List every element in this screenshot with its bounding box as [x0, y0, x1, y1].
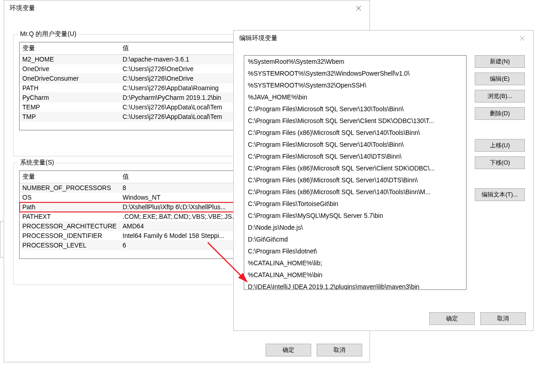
- list-item[interactable]: %CATALINA_HOME%\lib;: [244, 257, 466, 269]
- env-titlebar: 环境变量: [4, 0, 370, 16]
- list-item[interactable]: C:\Program Files\Microsoft SQL Server\14…: [244, 139, 466, 150]
- list-item[interactable]: C:\Program Files\dotnet\: [244, 245, 466, 257]
- list-item[interactable]: C:\Program Files (x86)\Microsoft SQL Ser…: [244, 127, 466, 139]
- cell-var: PATH: [20, 83, 120, 93]
- sys-vars-legend: 系统变量(S): [18, 159, 56, 167]
- path-new-button[interactable]: 新建(N): [475, 55, 525, 68]
- path-list[interactable]: %SystemRoot%\System32\Wbem%SYSTEMROOT%\S…: [244, 56, 466, 289]
- col-header-var[interactable]: 变量: [20, 42, 120, 55]
- path-browse-button[interactable]: 浏览(B)...: [475, 90, 525, 103]
- list-item[interactable]: %SystemRoot%\System32\Wbem: [244, 56, 466, 67]
- list-item[interactable]: D:\Git\Git\cmd: [244, 233, 466, 245]
- list-item[interactable]: C:\Program Files\TortoiseGit\bin: [244, 198, 466, 210]
- close-icon[interactable]: [350, 1, 367, 15]
- list-item[interactable]: %SYSTEMROOT%\System32\WindowsPowerShell\…: [244, 67, 466, 79]
- env-okcancel: 确定 取消: [266, 344, 362, 356]
- list-item[interactable]: C:\Program Files\MySQL\MySQL Server 5.7\…: [244, 210, 466, 222]
- cell-var: PyCharm: [20, 93, 120, 103]
- path-down-button[interactable]: 下移(O): [475, 156, 525, 169]
- edit-okcancel: 确定 取消: [429, 312, 526, 325]
- list-item[interactable]: D:\IDEA\IntelliJ IDEA 2019.1.2\plugins\m…: [244, 281, 466, 289]
- list-item[interactable]: C:\Program Files (x86)\Microsoft SQL Ser…: [244, 162, 466, 174]
- edit-title: 编辑环境变量: [239, 34, 277, 42]
- path-up-button[interactable]: 上移(U): [475, 139, 525, 152]
- edit-side-buttons: 新建(N) 编辑(E) 浏览(B)... 删除(D) 上移(U) 下移(O) 编…: [475, 55, 525, 290]
- cell-var: PATHEXT: [20, 212, 120, 222]
- cell-var: PROCESSOR_LEVEL: [20, 241, 120, 250]
- cell-var: PROCESSOR_IDENTIFIER: [20, 231, 120, 241]
- list-item[interactable]: %SYSTEMROOT%\System32\OpenSSH\: [244, 79, 466, 91]
- user-vars-legend: Mr.Q 的用户变量(U): [18, 30, 78, 38]
- list-item[interactable]: D:\Node.js\Node.js\: [244, 222, 466, 233]
- edit-body: %SystemRoot%\System32\Wbem%SYSTEMROOT%\S…: [234, 46, 533, 300]
- cell-var: OneDriveConsumer: [20, 74, 120, 83]
- close-icon[interactable]: [514, 31, 530, 45]
- edit-env-window: 编辑环境变量 %SystemRoot%\System32\Wbem%SYSTEM…: [233, 30, 534, 331]
- path-edittext-button[interactable]: 编辑文本(T)...: [475, 188, 525, 201]
- cell-var: TMP: [20, 112, 120, 122]
- edit-cancel-button[interactable]: 取消: [480, 312, 526, 325]
- list-item[interactable]: %JAVA_HOME%\bin: [244, 91, 466, 103]
- cell-var: Path: [20, 202, 120, 212]
- path-edit-button[interactable]: 编辑(E): [475, 72, 525, 85]
- edit-ok-button[interactable]: 确定: [429, 312, 475, 325]
- list-item[interactable]: C:\Program Files\Microsoft SQL Server\Cl…: [244, 115, 466, 127]
- env-ok-button[interactable]: 确定: [266, 344, 311, 356]
- env-title: 环境变量: [10, 4, 35, 12]
- path-delete-button[interactable]: 删除(D): [475, 107, 525, 120]
- env-cancel-button[interactable]: 取消: [317, 344, 362, 356]
- col-header-var[interactable]: 变量: [20, 171, 120, 183]
- cell-var: TEMP: [20, 103, 120, 112]
- cell-var: OS: [20, 193, 120, 202]
- cell-var: M2_HOME: [20, 55, 120, 64]
- path-list-container[interactable]: %SystemRoot%\System32\Wbem%SYSTEMROOT%\S…: [244, 55, 467, 290]
- list-item[interactable]: C:\Program Files (x86)\Microsoft SQL Ser…: [244, 174, 466, 186]
- edit-titlebar: 编辑环境变量: [234, 31, 533, 46]
- cell-var: OneDrive: [20, 64, 120, 74]
- cell-var: NUMBER_OF_PROCESSORS: [20, 183, 120, 193]
- list-item[interactable]: C:\Program Files\Microsoft SQL Server\13…: [244, 103, 466, 115]
- list-item[interactable]: %CATALINA_HOME%\bin: [244, 269, 466, 281]
- list-item[interactable]: C:\Program Files\Microsoft SQL Server\14…: [244, 150, 466, 162]
- cell-var: PROCESSOR_ARCHITECTURE: [20, 222, 120, 231]
- list-item[interactable]: C:\Program Files (x86)\Microsoft SQL Ser…: [244, 186, 466, 198]
